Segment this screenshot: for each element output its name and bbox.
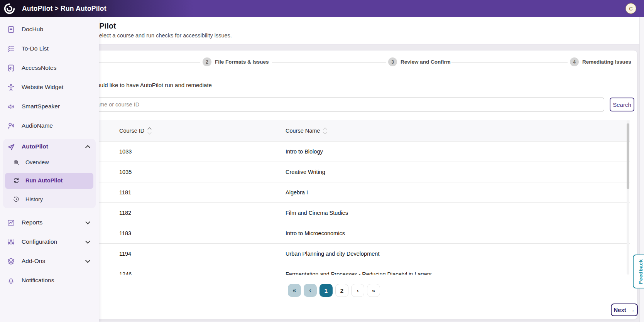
step-label-2: File Formats & Issues — [215, 57, 269, 66]
speaker-icon — [7, 103, 15, 111]
page-subtitle: Select a course and run checks for acces… — [95, 32, 232, 39]
course-name-cell: Creative Writing — [286, 169, 630, 175]
course-name-cell: Urban Planning and city Development — [286, 251, 630, 257]
sidebar-item-dochub[interactable]: DocHub — [0, 22, 99, 37]
step-circle-3: 3 — [388, 57, 397, 66]
app-logo-icon — [3, 2, 16, 15]
feedback-tab[interactable]: Feedback — [633, 255, 644, 288]
course-name-cell: Film and Cinema Studies — [286, 210, 630, 216]
sidebar-item-label: To-Do List — [22, 45, 49, 52]
chart-icon — [7, 219, 15, 227]
step-connector — [451, 62, 568, 62]
sidebar-item-label: AccessNotes — [22, 64, 56, 71]
pagination-next-button[interactable]: › — [351, 284, 364, 297]
table-row[interactable]: 1181Algebra I — [27, 182, 630, 203]
arrow-right-icon: → — [629, 307, 635, 313]
table-scrollbar-thumb[interactable] — [627, 123, 629, 189]
step-label-3: Review and Confirm — [401, 57, 451, 66]
run-icon — [13, 177, 20, 184]
column-header-label: Course Name — [286, 128, 320, 134]
chevron-down-icon — [85, 258, 90, 263]
column-header-label: Course ID — [119, 128, 144, 134]
sort-icon — [148, 128, 151, 134]
sidebar-group-autopilot: AutoPilotOverviewRun AutoPilotHistory — [3, 139, 96, 208]
course-name-cell: Intro to Microeconomics — [286, 230, 630, 236]
step-circle-2: 2 — [203, 57, 211, 66]
table-row[interactable]: 1182Film and Cinema Studies — [27, 203, 630, 223]
pagination-first-button[interactable]: « — [288, 284, 301, 297]
sidebar-item-label: SmartSpeaker — [22, 103, 60, 110]
column-header-course-name[interactable]: Course Name — [286, 128, 630, 134]
pagination: «‹12›» — [288, 284, 380, 297]
sidebar-item-audioname[interactable]: AudioName — [0, 118, 99, 133]
person-audio-icon — [7, 122, 15, 130]
search-button[interactable]: Search — [610, 98, 634, 111]
sidebar-item-configuration[interactable]: Configuration — [0, 234, 99, 250]
sidebar-item-label: DocHub — [22, 26, 43, 33]
step-circle-4: 4 — [570, 57, 579, 66]
feedback-tab-label: Feedback — [638, 259, 644, 284]
paper-plane-icon — [7, 143, 15, 151]
next-button[interactable]: Next → — [611, 303, 638, 316]
course-name-cell: Intro to Biology — [286, 148, 630, 155]
sidebar-item-website-widget[interactable]: Website Widget — [0, 79, 99, 95]
sidebar-item-run-autopilot[interactable]: Run AutoPilot — [0, 173, 99, 188]
sidebar-item-accessnotes[interactable]: AccessNotes — [0, 60, 99, 76]
sidebar-item-label: Run AutoPilot — [25, 177, 63, 184]
sidebar: DocHubTo-Do ListAccessNotesWebsite Widge… — [0, 17, 99, 322]
sort-icon — [324, 128, 326, 134]
table-row[interactable]: 1246Fermentation and Processes - Reducin… — [27, 264, 630, 275]
sidebar-item-notifications[interactable]: Notifications — [0, 273, 99, 288]
document-icon — [7, 25, 15, 34]
sidebar-item-to-do-list[interactable]: To-Do List — [0, 41, 99, 56]
layers-icon — [7, 257, 15, 265]
course-name-cell: Algebra I — [286, 189, 630, 196]
course-name-cell: Fermentation and Processes - Reducing Di… — [286, 271, 630, 275]
sidebar-item-label: Notifications — [22, 277, 54, 284]
sidebar-item-label: AutoPilot — [22, 143, 48, 150]
step-connector — [272, 62, 386, 62]
pagination-last-button[interactable]: » — [367, 284, 380, 297]
table-body: 1033Intro to Biology1035Creative Writing… — [27, 142, 630, 275]
pagination-prev-button[interactable]: ‹ — [304, 284, 317, 297]
sidebar-item-overview[interactable]: Overview — [0, 155, 99, 170]
page-button-1[interactable]: 1 — [319, 284, 333, 297]
page: { "topbar": { "title": "AutoPilot > Run … — [0, 0, 644, 322]
wizard-stepper: 2File Formats & Issues3Review and Confir… — [27, 57, 637, 67]
column-header-course-id[interactable]: Course ID — [119, 128, 286, 134]
course-table: Course ID Course Name 1033Intro to Biolo… — [27, 120, 630, 275]
sidebar-item-label: Configuration — [22, 238, 57, 245]
topbar: AutoPilot > Run AutoPilot C — [0, 0, 644, 17]
chevron-down-icon — [85, 239, 90, 244]
table-row[interactable]: 1035Creative Writing — [27, 162, 630, 182]
sidebar-item-label: Reports — [22, 219, 42, 226]
user-avatar[interactable]: C — [625, 3, 636, 14]
magnifier-icon — [13, 159, 20, 166]
table-row[interactable]: 1183Intro to Microeconomics — [27, 223, 630, 244]
sidebar-item-label: History — [25, 196, 43, 202]
sidebar-item-label: Overview — [25, 159, 49, 165]
accessibility-icon — [7, 83, 15, 91]
sidebar-item-label: Website Widget — [22, 84, 63, 91]
search-input[interactable] — [43, 98, 604, 111]
step-label-4: Remediating Issues — [582, 57, 631, 66]
table-header-row: Course ID Course Name — [27, 120, 630, 142]
chevron-up-icon — [85, 145, 90, 150]
next-button-label: Next — [614, 307, 626, 313]
bell-icon — [7, 276, 15, 285]
chevron-down-icon — [85, 219, 90, 224]
sidebar-item-history[interactable]: History — [0, 192, 99, 207]
sidebar-item-autopilot[interactable]: AutoPilot — [0, 139, 99, 154]
table-row[interactable]: 1194Urban Planning and city Development — [27, 244, 630, 264]
table-scrollbar-track — [627, 120, 629, 275]
sidebar-item-reports[interactable]: Reports — [0, 215, 99, 230]
page-button-2[interactable]: 2 — [335, 284, 348, 297]
table-row[interactable]: 1033Intro to Biology — [27, 142, 630, 162]
sidebar-item-add-ons[interactable]: Add-Ons — [0, 253, 99, 269]
doc-audio-icon — [7, 64, 15, 72]
sidebar-item-label: Add-Ons — [22, 258, 45, 265]
sliders-icon — [7, 238, 15, 246]
breadcrumb-title: AutoPilot > Run AutoPilot — [22, 5, 106, 13]
sidebar-item-smartspeaker[interactable]: SmartSpeaker — [0, 99, 99, 114]
history-icon — [13, 196, 20, 203]
